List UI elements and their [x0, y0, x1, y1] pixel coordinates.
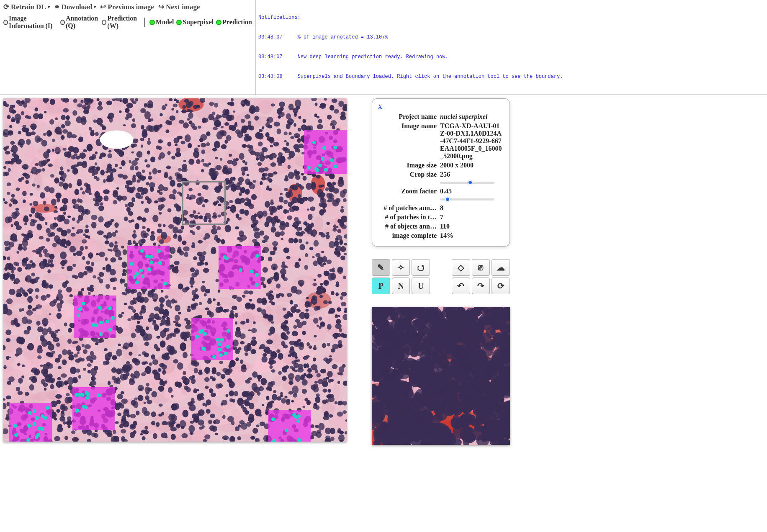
svg-point-774	[136, 151, 143, 158]
positive-class-button[interactable]: P	[372, 278, 390, 294]
zoom-factor-slider[interactable]	[440, 198, 494, 200]
nucleus-dot	[218, 342, 221, 346]
svg-point-2658	[245, 198, 249, 202]
annotated-patch[interactable]	[191, 318, 233, 360]
svg-point-3334	[51, 381, 54, 384]
nucleus-dot	[81, 393, 85, 397]
svg-point-4445	[402, 369, 410, 375]
svg-point-3167	[162, 421, 167, 425]
download-menu[interactable]: ⚭ Download ▾	[54, 3, 96, 11]
svg-point-2323	[259, 154, 265, 162]
svg-point-1915	[219, 130, 224, 136]
nucleus-dot	[316, 168, 319, 172]
label-crop-size: Crop size	[378, 171, 437, 186]
refresh-button[interactable]: ⟳	[492, 278, 510, 294]
svg-point-2039	[293, 325, 297, 329]
svg-point-807	[240, 321, 246, 325]
svg-point-2479	[131, 333, 136, 339]
svg-point-1732	[126, 180, 128, 184]
svg-point-1126	[177, 362, 183, 370]
nucleus-dot	[14, 433, 18, 437]
redo-button[interactable]: ↷	[472, 278, 490, 294]
toggle-superpixel[interactable]: Superpixel	[176, 18, 214, 26]
annotated-patch[interactable]	[9, 403, 52, 442]
crop-size-slider[interactable]	[440, 182, 494, 184]
svg-point-2572	[334, 337, 337, 339]
svg-point-2881	[336, 319, 341, 325]
svg-point-2055	[22, 365, 25, 368]
annotated-patch[interactable]	[268, 410, 311, 442]
svg-point-2594	[150, 118, 153, 122]
negative-class-button[interactable]: N	[392, 278, 410, 294]
svg-point-2731	[59, 131, 62, 134]
svg-point-1721	[109, 176, 113, 182]
svg-point-2666	[242, 407, 247, 413]
toggle-prediction-w[interactable]: Prediction (W)	[102, 15, 140, 30]
svg-point-764	[261, 378, 267, 386]
svg-point-1807	[71, 430, 75, 434]
svg-point-1777	[266, 292, 272, 297]
nucleus-dot	[35, 435, 39, 439]
svg-point-2215	[225, 225, 232, 232]
nucleus-dot	[99, 321, 103, 324]
clear-tool-button[interactable]: ⎚	[472, 259, 490, 276]
svg-point-2833	[66, 287, 72, 293]
close-panel-button[interactable]: X	[378, 104, 382, 110]
svg-point-2583	[107, 153, 112, 158]
svg-point-615	[34, 172, 42, 191]
svg-point-1976	[125, 185, 129, 189]
next-image-button[interactable]: ↪ Next image	[158, 3, 200, 11]
svg-point-1799	[327, 389, 331, 393]
svg-point-4450	[412, 332, 418, 340]
svg-point-4319	[411, 419, 422, 428]
annotated-patch[interactable]	[127, 246, 170, 289]
crop-tissue-background	[372, 307, 510, 445]
annotated-patch[interactable]	[72, 387, 115, 430]
crop-patch-viewer[interactable]	[372, 307, 510, 445]
svg-point-3278	[229, 181, 234, 186]
annotated-patch[interactable]	[304, 130, 347, 174]
unknown-class-button[interactable]: U	[412, 278, 430, 294]
svg-point-2413	[16, 226, 22, 230]
svg-point-3293	[58, 290, 62, 293]
toggle-annotation[interactable]: Annotation (Q)	[60, 15, 99, 30]
toggle-prediction[interactable]: Prediction	[216, 18, 252, 26]
eraser-tool-button[interactable]: ◇	[452, 259, 470, 276]
svg-point-2129	[170, 247, 175, 254]
toggle-model[interactable]: Model	[149, 18, 174, 26]
magic-wand-tool-button[interactable]: ✧	[392, 259, 410, 276]
svg-point-4494	[420, 431, 426, 437]
svg-point-2425	[128, 211, 134, 216]
svg-point-2835	[239, 193, 242, 196]
toggle-image-information[interactable]: Image Information (I)	[3, 15, 58, 30]
svg-point-2973	[191, 272, 198, 278]
crop-selector-box[interactable]	[182, 181, 226, 225]
upload-tool-button[interactable]: ☁	[492, 259, 510, 276]
svg-point-3252	[69, 246, 76, 253]
svg-point-2824	[193, 294, 199, 300]
pencil-tool-button[interactable]: ✎	[372, 259, 390, 276]
svg-point-771	[103, 179, 106, 183]
svg-point-1058	[130, 165, 134, 170]
annotated-patch[interactable]	[74, 296, 116, 338]
nucleus-dot	[195, 335, 199, 339]
svg-point-1521	[306, 373, 313, 378]
svg-point-3063	[161, 365, 167, 370]
annotated-patch[interactable]	[219, 246, 261, 289]
nucleus-dot	[106, 319, 109, 323]
svg-point-1895	[32, 127, 35, 131]
svg-point-2730	[83, 271, 88, 275]
svg-point-3302	[83, 368, 86, 371]
fill-tool-button[interactable]: ⭯	[412, 259, 430, 276]
svg-point-3104	[204, 262, 208, 266]
svg-point-863	[18, 378, 23, 384]
svg-point-1804	[129, 342, 133, 347]
svg-point-2912	[339, 328, 342, 332]
previous-image-button[interactable]: ↩ Previous image	[100, 3, 154, 11]
svg-point-2943	[196, 159, 200, 164]
retrain-dl-menu[interactable]: ⟳ Retrain DL ▾	[3, 3, 50, 11]
main-image-viewer[interactable]	[3, 98, 347, 442]
svg-point-3298	[334, 241, 339, 247]
svg-point-2244	[273, 246, 277, 250]
undo-button[interactable]: ↶	[452, 278, 470, 294]
